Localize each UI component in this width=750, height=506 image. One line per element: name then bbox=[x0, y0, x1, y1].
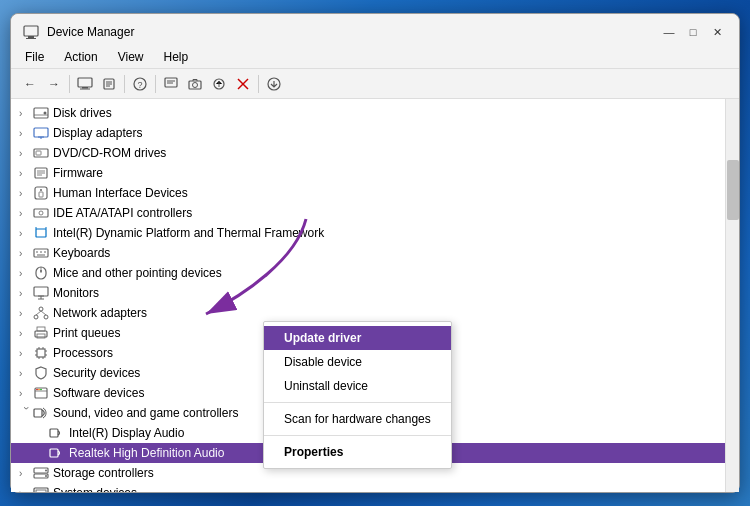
svg-rect-28 bbox=[36, 151, 41, 155]
forward-button[interactable]: → bbox=[43, 73, 65, 95]
sound-label: Sound, video and game controllers bbox=[53, 406, 238, 420]
close-button[interactable]: ✕ bbox=[707, 24, 727, 40]
svg-point-53 bbox=[39, 307, 43, 311]
svg-rect-49 bbox=[34, 287, 48, 296]
scan-btn[interactable] bbox=[160, 73, 182, 95]
expand-icon: › bbox=[19, 208, 33, 219]
disk-drives-label: Disk drives bbox=[53, 106, 112, 120]
monitor-icon bbox=[33, 285, 49, 301]
print-icon bbox=[33, 325, 49, 341]
help-btn[interactable]: ? bbox=[129, 73, 151, 95]
network-label: Network adapters bbox=[53, 306, 147, 320]
camera-btn[interactable] bbox=[184, 73, 206, 95]
expand-icon: › bbox=[19, 128, 33, 139]
back-button[interactable]: ← bbox=[19, 73, 41, 95]
intel-display-audio-label: Intel(R) Display Audio bbox=[69, 426, 184, 440]
tree-item-display-adapters[interactable]: › Display adapters bbox=[11, 123, 725, 143]
svg-rect-59 bbox=[37, 327, 45, 331]
download-btn[interactable] bbox=[263, 73, 285, 95]
security-label: Security devices bbox=[53, 366, 140, 380]
context-properties[interactable]: Properties bbox=[264, 440, 451, 464]
print-label: Print queues bbox=[53, 326, 120, 340]
update-driver-btn[interactable] bbox=[208, 73, 230, 95]
context-uninstall-device[interactable]: Uninstall device bbox=[264, 374, 451, 398]
context-disable-device[interactable]: Disable device bbox=[264, 350, 451, 374]
menu-file[interactable]: File bbox=[19, 48, 50, 66]
expand-icon: › bbox=[19, 468, 33, 479]
svg-point-16 bbox=[193, 82, 198, 87]
sound-icon bbox=[33, 405, 49, 421]
display-adapters-label: Display adapters bbox=[53, 126, 142, 140]
storage-icon bbox=[33, 465, 49, 481]
expand-icon: › bbox=[19, 268, 33, 279]
svg-rect-36 bbox=[34, 209, 48, 217]
tree-item-ide-atapi[interactable]: › IDE ATA/ATAPI controllers bbox=[11, 203, 725, 223]
expand-icon: › bbox=[19, 348, 33, 359]
tree-item-mice[interactable]: › Mice and other pointing devices bbox=[11, 263, 725, 283]
scrollbar-thumb[interactable] bbox=[727, 160, 739, 220]
scrollbar[interactable] bbox=[725, 99, 739, 492]
context-separator-1 bbox=[264, 402, 451, 403]
svg-point-72 bbox=[36, 389, 38, 391]
toolbar-separator-4 bbox=[258, 75, 259, 93]
intel-icon bbox=[33, 225, 49, 241]
expand-icon: › bbox=[19, 248, 33, 259]
svg-point-37 bbox=[39, 211, 43, 215]
menu-action[interactable]: Action bbox=[58, 48, 103, 66]
svg-point-54 bbox=[34, 315, 38, 319]
svg-point-48 bbox=[40, 270, 42, 272]
realtek-icon bbox=[49, 445, 65, 461]
expand-icon: › bbox=[21, 406, 32, 420]
monitors-label: Monitors bbox=[53, 286, 99, 300]
system-label: System devices bbox=[53, 486, 137, 492]
tree-item-intel-dynamic[interactable]: › Intel(R) Dynamic Platform and Thermal … bbox=[11, 223, 725, 243]
tree-item-system[interactable]: › System devices bbox=[11, 483, 725, 492]
properties-btn[interactable] bbox=[98, 73, 120, 95]
expand-icon: › bbox=[19, 388, 33, 399]
title-bar: Device Manager — □ ✕ bbox=[11, 14, 739, 46]
menu-help[interactable]: Help bbox=[158, 48, 195, 66]
ide-label: IDE ATA/ATAPI controllers bbox=[53, 206, 192, 220]
tree-item-dvdcd-rom[interactable]: › DVD/CD-ROM drives bbox=[11, 143, 725, 163]
tree-item-network[interactable]: › Network adapters bbox=[11, 303, 725, 323]
firmware-label: Firmware bbox=[53, 166, 103, 180]
software-label: Software devices bbox=[53, 386, 144, 400]
ide-icon bbox=[33, 205, 49, 221]
dvd-label: DVD/CD-ROM drives bbox=[53, 146, 166, 160]
expand-icon: › bbox=[19, 308, 33, 319]
context-scan-hardware[interactable]: Scan for hardware changes bbox=[264, 407, 451, 431]
delete-btn[interactable] bbox=[232, 73, 254, 95]
system-icon bbox=[33, 485, 49, 492]
expand-icon: › bbox=[19, 188, 33, 199]
tree-item-firmware[interactable]: › Firmware bbox=[11, 163, 725, 183]
svg-text:?: ? bbox=[137, 80, 142, 90]
svg-rect-1 bbox=[28, 36, 34, 38]
display-adapters-icon bbox=[33, 125, 49, 141]
maximize-button[interactable]: □ bbox=[683, 24, 703, 40]
svg-point-74 bbox=[40, 389, 42, 391]
tree-item-keyboards[interactable]: › Keyboards bbox=[11, 243, 725, 263]
toolbar: ← → ? bbox=[11, 69, 739, 99]
svg-rect-41 bbox=[34, 249, 48, 257]
svg-rect-38 bbox=[36, 229, 46, 237]
firmware-icon bbox=[33, 165, 49, 181]
svg-rect-76 bbox=[50, 429, 58, 437]
expand-icon: › bbox=[19, 148, 33, 159]
expand-icon: › bbox=[19, 288, 33, 299]
menu-bar: File Action View Help bbox=[11, 46, 739, 69]
menu-view[interactable]: View bbox=[112, 48, 150, 66]
tree-item-disk-drives[interactable]: › Disk drives bbox=[11, 103, 725, 123]
computer-icon-btn[interactable] bbox=[74, 73, 96, 95]
intel-label: Intel(R) Dynamic Platform and Thermal Fr… bbox=[53, 226, 324, 240]
tree-item-monitors[interactable]: › Monitors bbox=[11, 283, 725, 303]
svg-point-22 bbox=[44, 112, 47, 115]
mice-label: Mice and other pointing devices bbox=[53, 266, 222, 280]
title-bar-controls: — □ ✕ bbox=[659, 24, 727, 40]
window-title: Device Manager bbox=[47, 25, 134, 39]
svg-rect-77 bbox=[50, 449, 58, 457]
svg-rect-4 bbox=[82, 87, 88, 89]
minimize-button[interactable]: — bbox=[659, 24, 679, 40]
tree-item-hid[interactable]: › Human Interface Devices bbox=[11, 183, 725, 203]
context-update-driver[interactable]: Update driver bbox=[264, 326, 451, 350]
svg-point-73 bbox=[38, 389, 40, 391]
